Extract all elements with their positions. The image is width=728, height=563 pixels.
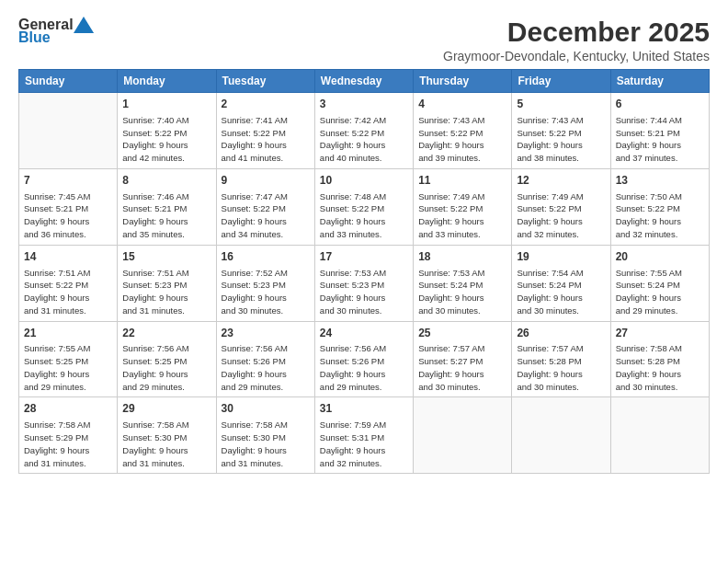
weekday-header-thursday: Thursday (414, 70, 512, 93)
day-info: Sunrise: 7:53 AMSunset: 5:23 PMDaylight:… (320, 267, 408, 317)
week-row-1: 1Sunrise: 7:40 AMSunset: 5:22 PMDaylight… (19, 93, 710, 169)
calendar-cell: 26Sunrise: 7:57 AMSunset: 5:28 PMDayligh… (512, 321, 610, 397)
day-number: 14 (24, 249, 112, 265)
calendar-cell: 7Sunrise: 7:45 AMSunset: 5:21 PMDaylight… (19, 168, 118, 245)
logo: General Blue (18, 17, 94, 46)
day-info: Sunrise: 7:44 AMSunset: 5:21 PMDaylight:… (616, 114, 704, 165)
calendar-cell: 11Sunrise: 7:49 AMSunset: 5:22 PMDayligh… (414, 168, 512, 245)
day-number: 17 (320, 249, 408, 265)
week-row-3: 14Sunrise: 7:51 AMSunset: 5:22 PMDayligh… (19, 245, 710, 321)
calendar-cell: 19Sunrise: 7:54 AMSunset: 5:24 PMDayligh… (512, 245, 610, 321)
day-number: 4 (418, 97, 506, 112)
weekday-header-row: SundayMondayTuesdayWednesdayThursdayFrid… (19, 70, 710, 93)
calendar-cell: 23Sunrise: 7:56 AMSunset: 5:26 PMDayligh… (216, 321, 314, 397)
calendar-cell (512, 397, 610, 474)
day-info: Sunrise: 7:40 AMSunset: 5:22 PMDaylight:… (122, 114, 210, 165)
calendar-cell: 29Sunrise: 7:58 AMSunset: 5:30 PMDayligh… (118, 397, 216, 474)
calendar-cell: 20Sunrise: 7:55 AMSunset: 5:24 PMDayligh… (610, 245, 709, 321)
calendar-cell: 31Sunrise: 7:59 AMSunset: 5:31 PMDayligh… (314, 397, 413, 474)
calendar-cell: 18Sunrise: 7:53 AMSunset: 5:24 PMDayligh… (414, 245, 512, 321)
month-year: December 2025 (443, 17, 710, 47)
calendar-cell: 14Sunrise: 7:51 AMSunset: 5:22 PMDayligh… (19, 245, 118, 321)
day-number: 22 (122, 326, 210, 341)
calendar-cell: 28Sunrise: 7:58 AMSunset: 5:29 PMDayligh… (19, 397, 118, 474)
day-number: 31 (320, 401, 408, 417)
weekday-header-saturday: Saturday (610, 70, 709, 93)
day-info: Sunrise: 7:57 AMSunset: 5:27 PMDaylight:… (418, 342, 506, 393)
day-info: Sunrise: 7:51 AMSunset: 5:22 PMDaylight:… (24, 267, 112, 317)
calendar-cell: 17Sunrise: 7:53 AMSunset: 5:23 PMDayligh… (314, 245, 413, 321)
weekday-header-monday: Monday (118, 70, 216, 93)
day-number: 2 (222, 97, 310, 112)
calendar-cell: 22Sunrise: 7:56 AMSunset: 5:25 PMDayligh… (118, 321, 216, 397)
day-info: Sunrise: 7:52 AMSunset: 5:23 PMDaylight:… (222, 267, 310, 317)
day-info: Sunrise: 7:54 AMSunset: 5:24 PMDaylight:… (517, 267, 605, 317)
calendar-cell (19, 93, 118, 169)
day-info: Sunrise: 7:43 AMSunset: 5:22 PMDaylight:… (517, 114, 605, 165)
calendar-cell: 10Sunrise: 7:48 AMSunset: 5:22 PMDayligh… (314, 168, 413, 245)
day-number: 26 (517, 326, 605, 341)
day-number: 12 (517, 173, 605, 189)
week-row-2: 7Sunrise: 7:45 AMSunset: 5:21 PMDaylight… (19, 168, 710, 245)
day-info: Sunrise: 7:56 AMSunset: 5:26 PMDaylight:… (320, 342, 408, 393)
day-info: Sunrise: 7:58 AMSunset: 5:29 PMDaylight:… (24, 419, 112, 469)
day-info: Sunrise: 7:56 AMSunset: 5:25 PMDaylight:… (122, 342, 210, 393)
logo-blue-text: Blue (18, 29, 51, 46)
svg-marker-1 (78, 22, 94, 33)
day-number: 8 (122, 173, 210, 189)
day-info: Sunrise: 7:50 AMSunset: 5:22 PMDaylight:… (616, 190, 704, 241)
calendar-cell: 12Sunrise: 7:49 AMSunset: 5:22 PMDayligh… (512, 168, 610, 245)
day-number: 5 (517, 97, 605, 112)
calendar-cell: 27Sunrise: 7:58 AMSunset: 5:28 PMDayligh… (610, 321, 709, 397)
calendar-cell: 1Sunrise: 7:40 AMSunset: 5:22 PMDaylight… (118, 93, 216, 169)
day-info: Sunrise: 7:42 AMSunset: 5:22 PMDaylight:… (320, 114, 408, 165)
day-number: 7 (24, 173, 112, 189)
day-number: 1 (122, 97, 210, 112)
weekday-header-tuesday: Tuesday (216, 70, 314, 93)
day-number: 10 (320, 173, 408, 189)
day-number: 19 (517, 249, 605, 265)
day-info: Sunrise: 7:46 AMSunset: 5:21 PMDaylight:… (122, 190, 210, 241)
calendar-cell: 4Sunrise: 7:43 AMSunset: 5:22 PMDaylight… (414, 93, 512, 169)
day-number: 30 (222, 401, 310, 417)
calendar-cell (414, 397, 512, 474)
weekday-header-friday: Friday (512, 70, 610, 93)
day-number: 25 (418, 326, 506, 341)
weekday-header-sunday: Sunday (19, 70, 118, 93)
day-number: 15 (122, 249, 210, 265)
weekday-header-wednesday: Wednesday (314, 70, 413, 93)
week-row-5: 28Sunrise: 7:58 AMSunset: 5:29 PMDayligh… (19, 397, 710, 474)
calendar-cell: 25Sunrise: 7:57 AMSunset: 5:27 PMDayligh… (414, 321, 512, 397)
day-info: Sunrise: 7:45 AMSunset: 5:21 PMDaylight:… (24, 190, 112, 241)
calendar-cell: 2Sunrise: 7:41 AMSunset: 5:22 PMDaylight… (216, 93, 314, 169)
calendar-cell: 24Sunrise: 7:56 AMSunset: 5:26 PMDayligh… (314, 321, 413, 397)
calendar-cell: 15Sunrise: 7:51 AMSunset: 5:23 PMDayligh… (118, 245, 216, 321)
day-info: Sunrise: 7:59 AMSunset: 5:31 PMDaylight:… (320, 419, 408, 469)
calendar-cell: 13Sunrise: 7:50 AMSunset: 5:22 PMDayligh… (610, 168, 709, 245)
day-number: 21 (24, 326, 112, 341)
calendar-cell: 16Sunrise: 7:52 AMSunset: 5:23 PMDayligh… (216, 245, 314, 321)
day-info: Sunrise: 7:49 AMSunset: 5:22 PMDaylight:… (517, 190, 605, 241)
day-info: Sunrise: 7:53 AMSunset: 5:24 PMDaylight:… (418, 267, 506, 317)
day-info: Sunrise: 7:55 AMSunset: 5:24 PMDaylight:… (616, 267, 704, 317)
calendar-cell: 6Sunrise: 7:44 AMSunset: 5:21 PMDaylight… (610, 93, 709, 169)
calendar-cell: 30Sunrise: 7:58 AMSunset: 5:30 PMDayligh… (216, 397, 314, 474)
calendar-cell: 21Sunrise: 7:55 AMSunset: 5:25 PMDayligh… (19, 321, 118, 397)
day-number: 13 (616, 173, 704, 189)
day-number: 27 (616, 326, 704, 341)
logo-icon (74, 17, 94, 33)
day-number: 6 (616, 97, 704, 112)
calendar-cell: 8Sunrise: 7:46 AMSunset: 5:21 PMDaylight… (118, 168, 216, 245)
day-info: Sunrise: 7:58 AMSunset: 5:30 PMDaylight:… (122, 419, 210, 469)
day-number: 16 (222, 249, 310, 265)
calendar-table: SundayMondayTuesdayWednesdayThursdayFrid… (18, 69, 710, 474)
day-number: 24 (320, 326, 408, 341)
day-info: Sunrise: 7:47 AMSunset: 5:22 PMDaylight:… (222, 190, 310, 241)
day-number: 29 (122, 401, 210, 417)
header: General Blue December 2025 Graymoor-Devo… (18, 17, 710, 63)
calendar-cell (610, 397, 709, 474)
day-number: 9 (222, 173, 310, 189)
week-row-4: 21Sunrise: 7:55 AMSunset: 5:25 PMDayligh… (19, 321, 710, 397)
day-number: 3 (320, 97, 408, 112)
day-info: Sunrise: 7:58 AMSunset: 5:28 PMDaylight:… (616, 342, 704, 393)
